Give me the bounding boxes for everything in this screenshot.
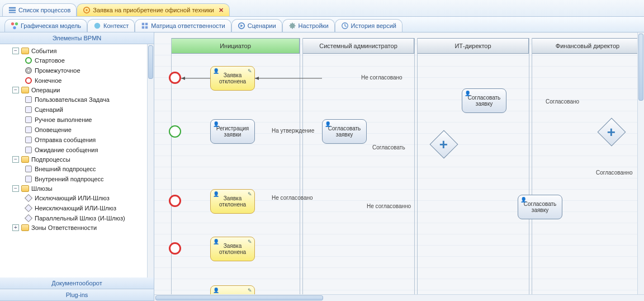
sidebar: Элементы BPMN −События Стартовое Промежу… — [0, 32, 154, 301]
lane-label: ИТ-директор — [454, 43, 491, 49]
task-sysadmin-approve[interactable]: 👤Согласовать заявку — [322, 119, 367, 144]
start-event[interactable] — [169, 125, 181, 138]
user-task-icon: 👤 — [213, 191, 219, 197]
task-icon — [25, 96, 32, 104]
sidebar-scrollbar[interactable] — [147, 44, 154, 278]
tree-label: Ручное выполнение — [35, 116, 92, 123]
scrollbar-thumb[interactable] — [155, 295, 323, 300]
close-icon[interactable]: ✕ — [219, 7, 224, 14]
canvas-hscrollbar[interactable] — [154, 294, 644, 301]
tree-label: Конечное — [35, 77, 61, 84]
tree-folder-events[interactable]: −События — [3, 46, 151, 55]
tree-folder-gateways[interactable]: −Шлюзы — [3, 184, 151, 193]
history-icon — [341, 22, 349, 30]
user-task-icon: 👤 — [325, 121, 331, 127]
tree-item-internal-subprocess[interactable]: Внутренний подпроцесс — [3, 174, 151, 184]
sub-tab-label: Контекст — [103, 22, 129, 29]
tree-item-end-event[interactable]: Конечное — [3, 76, 151, 86]
task-finance-approve[interactable]: 👤Согласовать заявку — [518, 195, 562, 219]
scenarios-icon — [238, 22, 245, 30]
scrollbar-thumb[interactable] — [148, 45, 153, 79]
sub-tab-label: Сценарии — [248, 22, 276, 29]
svg-rect-10 — [145, 23, 148, 25]
content-area: Элементы BPMN −События Стартовое Промежу… — [0, 32, 644, 301]
tab-responsibility[interactable]: Матрица ответственности — [135, 19, 231, 32]
tree-item-xor-gateway[interactable]: Исключающий ИЛИ-Шлюз — [3, 193, 151, 203]
collapse-icon[interactable]: − — [12, 48, 19, 54]
collapse-icon[interactable]: − — [12, 87, 19, 93]
task-icon — [25, 146, 32, 154]
task-icon — [25, 136, 32, 144]
svg-point-5 — [11, 22, 14, 25]
gateway-parallel-2[interactable]: + — [598, 118, 626, 147]
tree-item-receive-message[interactable]: Ожидание сообщения — [3, 145, 151, 155]
tree-folder-operations[interactable]: −Операции — [3, 86, 151, 95]
tree-item-send-message[interactable]: Отправка сообщения — [3, 135, 151, 145]
user-task-icon: 👤 — [213, 239, 219, 244]
task-label: Согласовать заявку — [520, 201, 560, 213]
tree-item-external-subprocess[interactable]: Внешний подпроцесс — [3, 164, 151, 174]
lane-header-it-director[interactable]: ИТ-директор — [417, 38, 529, 54]
tree-label: Сценарий — [35, 106, 63, 113]
collapse-icon[interactable]: − — [12, 185, 19, 192]
tree-folder-zones[interactable]: +Зоны Ответственности — [3, 223, 151, 232]
tree-label: Внутренний подпроцесс — [35, 176, 103, 182]
tree-item-manual-task[interactable]: Ручное выполнение — [3, 115, 151, 125]
panel-header-plugins[interactable]: Plug-ins — [0, 289, 154, 301]
svg-rect-0 — [9, 7, 16, 9]
diagram-canvas[interactable]: Инициатор Системный администратор ИТ-дир… — [154, 32, 644, 301]
folder-icon — [21, 185, 29, 192]
context-icon — [93, 22, 101, 30]
lane-label: Системный администратор — [319, 43, 397, 49]
tab-history[interactable]: История версий — [335, 19, 402, 32]
lane-label: Финансовый директор — [556, 43, 619, 49]
tab-process-list[interactable]: Список процессов — [2, 3, 77, 16]
tree-item-and-gateway[interactable]: Параллельный Шлюз (И-Шлюз) — [3, 213, 151, 223]
task-rejected-1[interactable]: 👤✎Заявка отклонена — [210, 66, 255, 91]
subprocess-icon — [25, 165, 32, 173]
end-event[interactable] — [169, 72, 181, 84]
canvas-vscrollbar[interactable] — [637, 32, 644, 294]
tree-item-user-task[interactable]: Пользовательская Задача — [3, 95, 151, 105]
user-task-icon: 👤 — [465, 91, 471, 96]
lane-header-finance-director[interactable]: Финансовый директор — [532, 38, 643, 54]
tab-context[interactable]: Контекст — [87, 19, 135, 32]
tab-label: Заявка на приобретение офисной техники — [93, 7, 214, 13]
end-event-icon — [25, 77, 32, 84]
end-event[interactable] — [169, 242, 181, 255]
task-rejected-3[interactable]: 👤✎Заявка отклонена — [210, 237, 255, 261]
tree-item-script-task[interactable]: Сценарий — [3, 105, 151, 115]
panel-header-bpmn-elements[interactable]: Элементы BPMN — [0, 32, 154, 44]
tab-process-request[interactable]: Заявка на приобретение офисной техники ✕ — [77, 3, 230, 16]
note-icon: ✎ — [248, 68, 252, 74]
scrollbar-thumb[interactable] — [638, 34, 643, 101]
task-rejected-2[interactable]: 👤✎Заявка отклонена — [210, 189, 255, 214]
tree-item-start-event[interactable]: Стартовое — [3, 55, 151, 65]
gateway-parallel-1[interactable]: + — [430, 130, 458, 159]
tree-item-notification[interactable]: Оповещение — [3, 125, 151, 135]
sub-tab-label: История версий — [351, 22, 396, 29]
svg-rect-12 — [145, 26, 148, 29]
note-icon: ✎ — [248, 191, 252, 197]
top-tabbar: Список процессов Заявка на приобретение … — [0, 0, 644, 17]
tab-graphical-model[interactable]: Графическая модель — [4, 19, 87, 32]
end-event[interactable] — [169, 195, 181, 207]
expand-icon[interactable]: + — [12, 224, 19, 231]
task-registration[interactable]: 👤Регистрация заявки — [210, 119, 255, 144]
collapse-icon[interactable]: − — [12, 156, 19, 163]
tab-settings[interactable]: Настройки — [282, 19, 335, 32]
edge-label: Согласовать — [372, 144, 405, 150]
tree-item-or-gateway[interactable]: Неисключающий ИЛИ-Шлюз — [3, 203, 151, 213]
task-it-approve[interactable]: 👤Согласовать заявку — [462, 88, 506, 113]
svg-rect-11 — [142, 26, 144, 29]
lane-header-sysadmin[interactable]: Системный администратор — [302, 38, 414, 54]
tab-scenarios[interactable]: Сценарии — [231, 19, 282, 32]
tree-item-intermediate-event[interactable]: Промежуточное — [3, 65, 151, 76]
tree-folder-subprocesses[interactable]: −Подпроцессы — [3, 155, 151, 164]
lane-header-initiator[interactable]: Инициатор — [171, 38, 300, 54]
list-icon — [8, 6, 16, 14]
panel-header-documents[interactable]: Документооборот — [0, 278, 154, 289]
svg-point-7 — [13, 26, 16, 29]
note-icon: ✎ — [248, 239, 252, 244]
svg-point-4 — [86, 9, 88, 11]
